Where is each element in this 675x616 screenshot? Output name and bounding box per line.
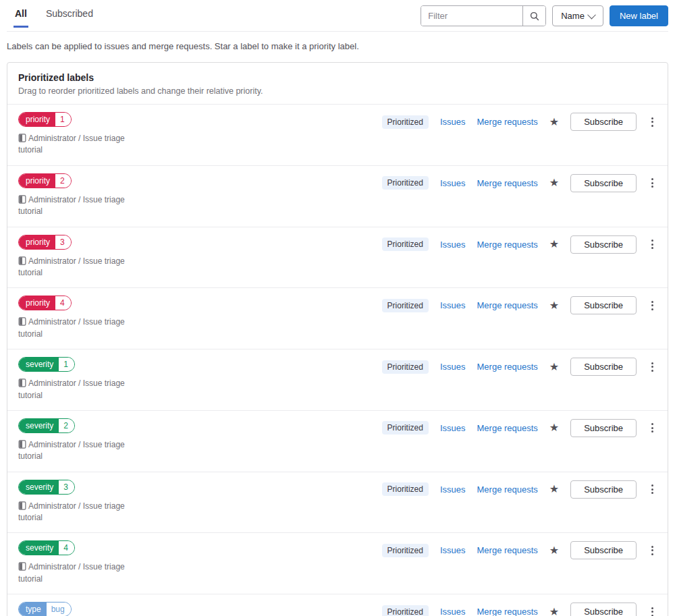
project-icon bbox=[18, 195, 26, 204]
label-row[interactable]: priority 1 Administrator / Issue triage … bbox=[7, 105, 668, 166]
merge-requests-link[interactable]: Merge requests bbox=[477, 117, 538, 127]
kebab-menu-icon[interactable] bbox=[648, 419, 657, 437]
star-icon[interactable]: ★ bbox=[549, 117, 559, 128]
scoped-label[interactable]: priority 3 bbox=[18, 235, 72, 250]
label-row[interactable]: priority 3 Administrator / Issue triage … bbox=[7, 227, 668, 289]
project-path: Administrator / Issue triage tutorial bbox=[18, 439, 150, 463]
tab-subscribed[interactable]: Subscribed bbox=[45, 5, 94, 28]
subscribe-button[interactable]: Subscribe bbox=[570, 480, 637, 499]
kebab-menu-icon[interactable] bbox=[648, 542, 657, 559]
star-icon[interactable]: ★ bbox=[549, 362, 559, 372]
kebab-menu-icon[interactable] bbox=[648, 480, 657, 498]
prioritized-badge: Prioritized bbox=[382, 115, 429, 129]
label-row[interactable]: severity 3 Administrator / Issue triage … bbox=[7, 472, 668, 534]
sort-dropdown[interactable]: Name bbox=[552, 5, 603, 26]
labels-toolbar: Name New label bbox=[421, 5, 668, 31]
project-path: Administrator / Issue triage tutorial bbox=[18, 256, 150, 279]
scoped-label[interactable]: priority 1 bbox=[18, 112, 72, 127]
label-row-left: priority 3 Administrator / Issue triage … bbox=[18, 235, 150, 279]
scoped-label[interactable]: severity 2 bbox=[18, 418, 75, 433]
merge-requests-link[interactable]: Merge requests bbox=[477, 484, 538, 495]
labels-header-bar: All Subscribed Name New label bbox=[7, 0, 668, 32]
scoped-label[interactable]: severity 1 bbox=[18, 357, 75, 372]
new-label-button[interactable]: New label bbox=[610, 5, 668, 26]
label-row[interactable]: priority 2 Administrator / Issue triage … bbox=[7, 166, 668, 227]
tab-all[interactable]: All bbox=[14, 5, 28, 28]
kebab-menu-icon[interactable] bbox=[648, 603, 657, 616]
label-row-actions: Prioritized Issues Merge requests ★ Subs… bbox=[382, 113, 657, 131]
labels-description: Labels can be applied to issues and merg… bbox=[7, 32, 668, 62]
label-row[interactable]: priority 4 Administrator / Issue triage … bbox=[7, 288, 668, 349]
kebab-menu-icon[interactable] bbox=[648, 174, 657, 192]
issues-link[interactable]: Issues bbox=[440, 545, 466, 555]
label-row[interactable]: severity 4 Administrator / Issue triage … bbox=[7, 533, 668, 594]
project-icon bbox=[18, 562, 26, 571]
label-row-actions: Prioritized Issues Merge requests ★ Subs… bbox=[382, 541, 657, 559]
scoped-label[interactable]: type bug bbox=[18, 602, 72, 616]
scoped-label[interactable]: severity 4 bbox=[18, 540, 75, 555]
subscribe-button[interactable]: Subscribe bbox=[570, 358, 637, 376]
project-path-text: Administrator / Issue triage tutorial bbox=[18, 134, 125, 155]
chevron-down-icon bbox=[587, 11, 596, 20]
label-row-left: severity 1 Administrator / Issue triage … bbox=[18, 357, 150, 401]
label-row[interactable]: severity 1 Administrator / Issue triage … bbox=[7, 349, 668, 411]
issues-link[interactable]: Issues bbox=[440, 300, 466, 310]
star-icon[interactable]: ★ bbox=[549, 484, 559, 495]
kebab-menu-icon[interactable] bbox=[648, 113, 657, 131]
scoped-label[interactable]: priority 2 bbox=[18, 173, 72, 188]
label-row-actions: Prioritized Issues Merge requests ★ Subs… bbox=[382, 235, 657, 254]
scoped-label[interactable]: priority 4 bbox=[18, 296, 72, 310]
merge-requests-link[interactable]: Merge requests bbox=[477, 178, 538, 188]
subscribe-button[interactable]: Subscribe bbox=[570, 296, 637, 314]
issues-link[interactable]: Issues bbox=[440, 362, 466, 372]
issues-link[interactable]: Issues bbox=[440, 607, 466, 616]
project-path-text: Administrator / Issue triage tutorial bbox=[18, 501, 125, 522]
star-icon[interactable]: ★ bbox=[549, 177, 559, 188]
star-icon[interactable]: ★ bbox=[549, 545, 559, 556]
issues-link[interactable]: Issues bbox=[440, 484, 466, 495]
subscribe-button[interactable]: Subscribe bbox=[570, 603, 637, 616]
star-icon[interactable]: ★ bbox=[549, 607, 559, 616]
prioritized-badge: Prioritized bbox=[382, 360, 429, 374]
filter-input[interactable] bbox=[421, 6, 522, 26]
kebab-menu-icon[interactable] bbox=[648, 358, 657, 376]
subscribe-button[interactable]: Subscribe bbox=[570, 419, 637, 437]
label-scope: severity bbox=[19, 419, 59, 432]
subscribe-button[interactable]: Subscribe bbox=[570, 113, 637, 131]
label-row-left: severity 4 Administrator / Issue triage … bbox=[18, 540, 150, 585]
merge-requests-link[interactable]: Merge requests bbox=[477, 362, 538, 372]
search-icon[interactable] bbox=[522, 6, 545, 26]
merge-requests-link[interactable]: Merge requests bbox=[477, 545, 538, 555]
subscribe-button[interactable]: Subscribe bbox=[570, 541, 637, 559]
issues-link[interactable]: Issues bbox=[440, 178, 466, 188]
label-row[interactable]: severity 2 Administrator / Issue triage … bbox=[7, 411, 668, 472]
prioritized-labels-card: Prioritized labels Drag to reorder prior… bbox=[7, 62, 668, 616]
issues-link[interactable]: Issues bbox=[440, 423, 466, 433]
star-icon[interactable]: ★ bbox=[549, 300, 559, 311]
project-path: Administrator / Issue triage tutorial bbox=[18, 194, 150, 218]
issues-link[interactable]: Issues bbox=[440, 117, 466, 127]
star-icon[interactable]: ★ bbox=[549, 239, 559, 250]
filter-input-group bbox=[421, 5, 546, 26]
merge-requests-link[interactable]: Merge requests bbox=[477, 607, 538, 616]
project-path: Administrator / Issue triage tutorial bbox=[18, 133, 150, 157]
project-icon bbox=[18, 134, 26, 142]
label-value: 2 bbox=[55, 174, 71, 188]
subscribe-button[interactable]: Subscribe bbox=[570, 174, 637, 192]
project-icon bbox=[18, 256, 26, 265]
label-row-actions: Prioritized Issues Merge requests ★ Subs… bbox=[382, 603, 657, 616]
subscribe-button[interactable]: Subscribe bbox=[570, 235, 637, 254]
merge-requests-link[interactable]: Merge requests bbox=[477, 423, 538, 433]
prioritized-badge: Prioritized bbox=[382, 299, 429, 312]
label-row[interactable]: type bug Administrator / Issue triage tu… bbox=[7, 594, 668, 616]
merge-requests-link[interactable]: Merge requests bbox=[477, 300, 538, 310]
star-icon[interactable]: ★ bbox=[549, 422, 559, 433]
merge-requests-link[interactable]: Merge requests bbox=[477, 240, 538, 250]
kebab-menu-icon[interactable] bbox=[648, 297, 657, 314]
label-value: 3 bbox=[55, 235, 71, 249]
project-path-text: Administrator / Issue triage tutorial bbox=[18, 256, 125, 277]
scoped-label[interactable]: severity 3 bbox=[18, 480, 75, 495]
issues-link[interactable]: Issues bbox=[440, 240, 466, 250]
kebab-menu-icon[interactable] bbox=[648, 235, 657, 253]
project-path-text: Administrator / Issue triage tutorial bbox=[18, 379, 125, 399]
